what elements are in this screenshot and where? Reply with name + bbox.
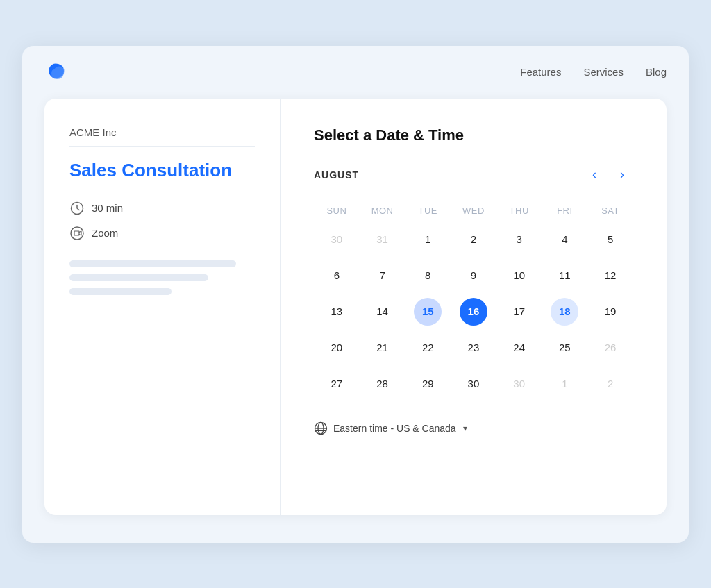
dow-header: MON [360, 200, 405, 221]
calendar-day-cell[interactable]: 4 [542, 221, 588, 258]
calendar-day-cell[interactable]: 14 [360, 294, 405, 330]
next-month-button[interactable]: › [611, 164, 633, 186]
skeleton-line-3 [69, 288, 172, 295]
divider [69, 146, 255, 147]
calendar-day-cell[interactable]: 22 [405, 330, 451, 366]
calendar-day-cell[interactable]: 12 [587, 258, 633, 294]
calendar-day-cell[interactable]: 29 [405, 366, 451, 402]
calendar-day-cell[interactable]: 24 [496, 330, 542, 366]
calendar-day-cell[interactable]: 8 [405, 258, 451, 294]
event-title: Sales Consultation [69, 160, 255, 181]
calendar-day-cell[interactable]: 2 [451, 221, 496, 258]
skeleton-line-2 [69, 274, 208, 281]
month-label: AUGUST [314, 169, 359, 180]
platform-label: Zoom [92, 227, 118, 239]
calendar-day-cell: 1 [542, 366, 588, 402]
calendar-nav-buttons: ‹ › [583, 164, 633, 186]
calendar-day-cell[interactable]: 20 [314, 330, 360, 366]
company-name: ACME Inc [69, 126, 255, 138]
calendar-day-cell: 30 [314, 221, 360, 258]
calendar-day-cell[interactable]: 21 [360, 330, 405, 366]
calendar-day-cell[interactable]: 15 [405, 294, 451, 330]
main-card: ACME Inc Sales Consultation 30 min [44, 99, 667, 515]
timezone-row[interactable]: Eastern time - US & Canada ▾ [314, 421, 633, 435]
dow-header: FRI [542, 200, 588, 221]
calendar-day-cell[interactable]: 5 [587, 221, 633, 258]
dow-header: WED [451, 200, 496, 221]
platform-meta: Zoom [69, 226, 255, 241]
calendar-day-cell: 2 [587, 366, 633, 402]
section-title: Select a Date & Time [314, 126, 633, 144]
calendar-day-cell[interactable]: 25 [542, 330, 588, 366]
globe-icon [314, 421, 328, 435]
skeleton-lines [69, 260, 255, 295]
calendar-day-cell[interactable]: 6 [314, 258, 360, 294]
calendar-day-cell[interactable]: 18 [542, 294, 588, 330]
dow-header: TUE [405, 200, 451, 221]
calendar-grid: SUNMONTUEWEDTHUFRISAT 303112345678910111… [314, 200, 633, 402]
duration-label: 30 min [92, 202, 123, 214]
dow-header: SAT [587, 200, 633, 221]
skeleton-line-1 [69, 260, 236, 267]
video-icon [69, 226, 85, 241]
nav-bar: Features Services Blog [22, 46, 689, 99]
nav-features[interactable]: Features [520, 66, 561, 78]
nav-links: Features Services Blog [520, 66, 667, 78]
dow-header: THU [496, 200, 542, 221]
calendar-header: AUGUST ‹ › [314, 164, 633, 186]
calendar-day-cell[interactable]: 27 [314, 366, 360, 402]
calendar-day-cell[interactable]: 13 [314, 294, 360, 330]
nav-blog[interactable]: Blog [646, 66, 667, 78]
calendar-day-cell[interactable]: 23 [451, 330, 496, 366]
calendar-day-cell: 31 [360, 221, 405, 258]
calendar-day-cell[interactable]: 3 [496, 221, 542, 258]
right-panel: Select a Date & Time AUGUST ‹ › SUNMONTU… [281, 99, 667, 515]
app-wrapper: Features Services Blog ACME Inc Sales Co… [22, 46, 689, 543]
prev-month-button[interactable]: ‹ [583, 164, 605, 186]
calendar-day-cell[interactable]: 28 [360, 366, 405, 402]
left-panel: ACME Inc Sales Consultation 30 min [44, 99, 281, 515]
calendar-day-cell[interactable]: 17 [496, 294, 542, 330]
calendar-day-cell[interactable]: 30 [451, 366, 496, 402]
clock-icon [69, 201, 85, 216]
nav-services[interactable]: Services [583, 66, 624, 78]
calendar-day-cell[interactable]: 19 [587, 294, 633, 330]
timezone-label: Eastern time - US & Canada [333, 423, 456, 434]
calendar-day-cell: 26 [587, 330, 633, 366]
calendar-day-cell[interactable]: 7 [360, 258, 405, 294]
logo-icon[interactable] [44, 60, 69, 85]
calendar-day-cell[interactable]: 11 [542, 258, 588, 294]
calendar-day-cell[interactable]: 9 [451, 258, 496, 294]
calendar-day-cell: 30 [496, 366, 542, 402]
timezone-chevron-icon: ▾ [463, 423, 467, 433]
calendar-day-cell[interactable]: 16 [451, 294, 496, 330]
calendar-day-cell[interactable]: 1 [405, 221, 451, 258]
dow-header: SUN [314, 200, 360, 221]
calendar-day-cell[interactable]: 10 [496, 258, 542, 294]
duration-meta: 30 min [69, 201, 255, 216]
